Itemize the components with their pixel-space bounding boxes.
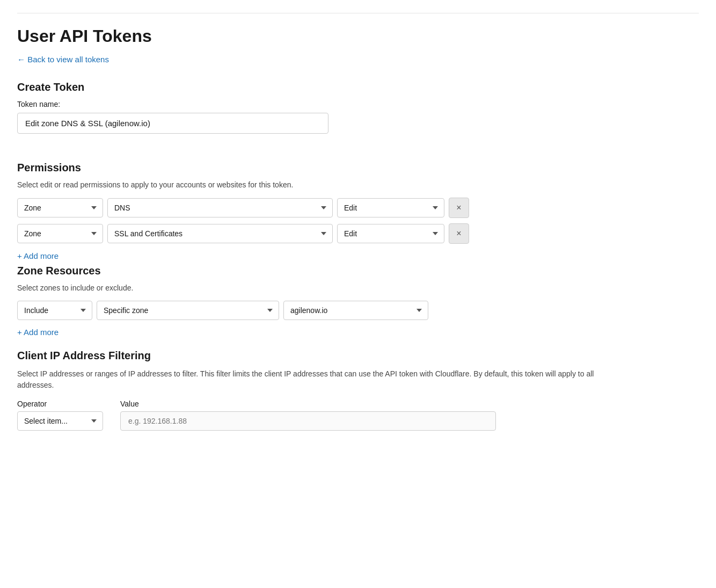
category-select-wrapper-1: Zone Account	[17, 198, 103, 217]
operator-field: Operator Select item... Is in Is not in	[17, 400, 103, 431]
remove-permission-button-2[interactable]: ×	[449, 223, 469, 244]
value-label: Value	[120, 400, 496, 408]
resource-select-wrapper-1: DNS SSL and Certificates Firewall Cache …	[107, 198, 333, 217]
create-token-title: Create Token	[17, 81, 699, 93]
resource-select-wrapper-2: DNS SSL and Certificates Firewall Cache …	[107, 224, 333, 243]
client-ip-description: Select IP addresses or ranges of IP addr…	[17, 368, 608, 391]
permissions-description: Select edit or read permissions to apply…	[17, 180, 699, 189]
token-name-label: Token name:	[17, 100, 699, 108]
zone-value-select-1[interactable]: agilenow.io	[283, 301, 428, 320]
close-icon-1: ×	[456, 203, 461, 213]
page-title: User API Tokens	[17, 26, 699, 46]
zone-type-select-1[interactable]: Specific zone All zones	[97, 301, 279, 320]
operator-select[interactable]: Select item... Is in Is not in	[17, 411, 103, 431]
remove-permission-button-1[interactable]: ×	[449, 198, 469, 218]
create-token-section: Create Token Token name:	[17, 81, 699, 147]
permission-select-wrapper-1: Edit Read	[337, 198, 444, 217]
category-select-2[interactable]: Zone Account	[17, 224, 103, 243]
client-ip-title: Client IP Address Filtering	[17, 350, 699, 362]
category-select-1[interactable]: Zone Account	[17, 198, 103, 217]
zone-type-select-wrapper-1: Specific zone All zones	[97, 301, 279, 320]
client-ip-section: Client IP Address Filtering Select IP ad…	[17, 350, 699, 431]
permission-select-1[interactable]: Edit Read	[337, 198, 444, 217]
permission-row-1: Zone Account DNS SSL and Certificates Fi…	[17, 198, 699, 218]
category-select-wrapper-2: Zone Account	[17, 224, 103, 243]
value-field: Value	[120, 400, 496, 431]
zone-resources-title: Zone Resources	[17, 265, 699, 277]
zone-row-1: Include Exclude Specific zone All zones …	[17, 301, 699, 320]
include-select-wrapper-1: Include Exclude	[17, 301, 92, 320]
zone-value-select-wrapper-1: agilenow.io	[283, 301, 428, 320]
ip-filter-row: Operator Select item... Is in Is not in …	[17, 400, 699, 431]
close-icon-2: ×	[456, 229, 461, 238]
zone-resources-section: Zone Resources Select zones to include o…	[17, 265, 699, 337]
token-name-input[interactable]	[17, 113, 328, 134]
operator-label: Operator	[17, 400, 103, 408]
add-more-permissions-link[interactable]: + Add more	[17, 251, 59, 260]
ip-value-input[interactable]	[120, 411, 496, 431]
permission-select-2[interactable]: Edit Read	[337, 224, 444, 243]
resource-select-2[interactable]: DNS SSL and Certificates Firewall Cache …	[107, 224, 333, 243]
resource-select-1[interactable]: DNS SSL and Certificates Firewall Cache …	[107, 198, 333, 217]
permission-select-wrapper-2: Edit Read	[337, 224, 444, 243]
zone-resources-description: Select zones to include or exclude.	[17, 284, 699, 292]
permission-row-2: Zone Account DNS SSL and Certificates Fi…	[17, 223, 699, 244]
include-select-1[interactable]: Include Exclude	[17, 301, 92, 320]
add-more-zones-link[interactable]: + Add more	[17, 328, 59, 337]
permissions-title: Permissions	[17, 162, 699, 174]
permissions-section: Permissions Select edit or read permissi…	[17, 162, 699, 260]
back-to-tokens-link[interactable]: ← Back to view all tokens	[17, 55, 109, 64]
operator-select-wrapper: Select item... Is in Is not in	[17, 411, 103, 431]
